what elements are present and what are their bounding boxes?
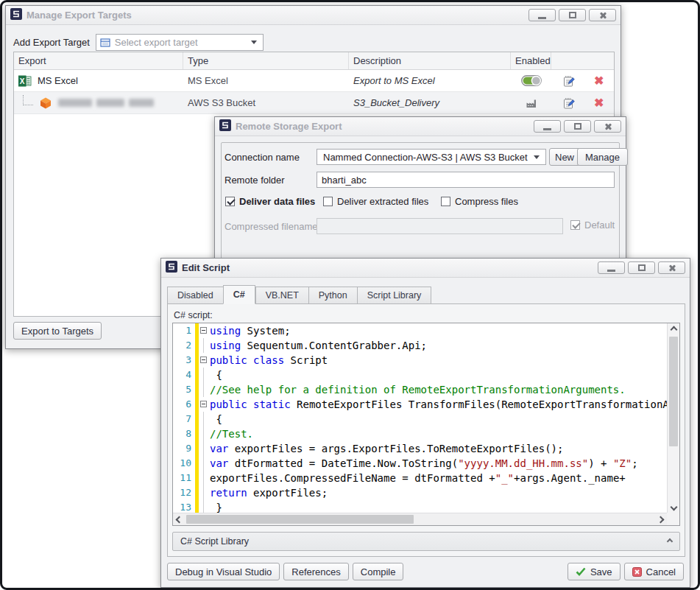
enabled-toggle-on[interactable] xyxy=(521,75,542,86)
remote-folder-label: Remote folder xyxy=(225,175,285,186)
column-header-type[interactable]: Type xyxy=(183,52,349,69)
code-text: return exportFiles; xyxy=(210,485,667,500)
code-line[interactable]: 8//Test. xyxy=(173,426,667,441)
remote-folder-input[interactable] xyxy=(317,172,615,188)
delete-icon[interactable]: ✖ xyxy=(594,75,604,87)
line-number: 6 xyxy=(173,397,195,412)
line-number: 4 xyxy=(173,368,195,382)
vertical-scrollbar[interactable] xyxy=(667,323,679,513)
checkbox-unchecked-icon[interactable] xyxy=(323,197,333,206)
column-header-enabled[interactable]: Enabled xyxy=(511,52,551,69)
maximize-button[interactable] xyxy=(559,9,586,21)
compress-files-checkbox[interactable]: Compress files xyxy=(441,196,518,207)
code-line[interactable]: 6public static RemoteExportFiles Transfo… xyxy=(173,397,667,412)
table-row[interactable]: X MS ExcelMS ExcelExport to MS Excel ✖ xyxy=(14,70,614,92)
delete-icon[interactable]: ✖ xyxy=(594,97,604,109)
close-icon xyxy=(668,264,676,273)
maximize-icon xyxy=(574,123,581,130)
code-editor[interactable]: 1using System;2using Sequentum.ContentGr… xyxy=(172,323,680,526)
export-table-body: X MS ExcelMS ExcelExport to MS Excel ✖ A… xyxy=(14,70,614,114)
checkbox-checked-icon[interactable] xyxy=(225,197,235,206)
scroll-left-arrow[interactable] xyxy=(173,513,185,525)
redacted-export-name xyxy=(58,99,154,107)
aws-s3-bucket-icon xyxy=(39,96,52,110)
code-line[interactable]: 11exportFiles.CompressedFileName = dtFor… xyxy=(173,471,667,485)
editor-label: C# script: xyxy=(172,308,680,323)
code-line[interactable]: 2using Sequentum.ContentGrabber.Api; xyxy=(173,338,667,353)
app-logo-icon xyxy=(219,119,231,131)
tab-disabled[interactable]: Disabled xyxy=(167,287,223,304)
fold-guide xyxy=(199,338,210,353)
tab-c-[interactable]: C# xyxy=(223,285,255,304)
screenshot-frame: Manage Export Targets Add Export Target … xyxy=(0,0,700,590)
deliver-data-files-checkbox[interactable]: Deliver data files xyxy=(225,196,315,207)
scroll-right-arrow[interactable] xyxy=(654,513,667,525)
connection-name-combo[interactable]: Nammed Connection-AWS-S3 | AWS S3 Bucket xyxy=(317,149,546,165)
code-line[interactable]: 1using System; xyxy=(173,323,667,338)
cancel-button[interactable]: Cancel xyxy=(624,563,684,580)
script-library-label: C# Script Library xyxy=(180,536,249,547)
close-button[interactable] xyxy=(589,9,616,21)
scrollbar-corner xyxy=(667,513,679,525)
edit-icon[interactable] xyxy=(563,75,575,87)
edit-icon[interactable] xyxy=(563,97,575,109)
minimize-button[interactable] xyxy=(534,120,561,133)
connection-name-label: Connection name xyxy=(225,152,300,163)
deliver-extracted-files-checkbox[interactable]: Deliver extracted files xyxy=(323,196,428,207)
code-line[interactable]: 9var exportFiles = args.ExportFiles.ToRe… xyxy=(173,441,667,456)
fold-collapse-box[interactable] xyxy=(199,353,210,368)
compile-button[interactable]: Compile xyxy=(353,563,404,580)
code-viewport[interactable]: 1using System;2using Sequentum.ContentGr… xyxy=(173,323,667,513)
maximize-icon xyxy=(638,264,646,271)
maximize-button[interactable] xyxy=(564,120,591,133)
scroll-up-arrow[interactable] xyxy=(668,323,680,335)
code-line[interactable]: 4 { xyxy=(173,368,667,382)
table-row[interactable]: AWS S3 BucketS3_Bucket_Delivery ✖ xyxy=(14,92,614,114)
code-line[interactable]: 5//See help for a definition of RemoteEx… xyxy=(173,382,667,397)
debug-in-visual-studio-button[interactable]: Debug in Visual Studio xyxy=(167,563,280,580)
select-export-target-dropdown[interactable]: Select export target xyxy=(96,34,264,51)
save-button[interactable]: Save xyxy=(568,563,621,580)
save-label: Save xyxy=(590,566,612,577)
remote-titlebar[interactable]: Remote Storage Export xyxy=(215,117,626,136)
close-button[interactable] xyxy=(594,120,621,133)
code-text: //Test. xyxy=(210,426,667,441)
export-description: S3_Bucket_Delivery xyxy=(353,97,439,108)
scroll-down-arrow[interactable] xyxy=(668,501,680,513)
manage-titlebar[interactable]: Manage Export Targets xyxy=(6,6,621,25)
script-library-panel[interactable]: C# Script Library xyxy=(172,532,680,551)
code-text: public class Script xyxy=(210,353,667,368)
line-number: 3 xyxy=(173,353,195,368)
column-header-description[interactable]: Description xyxy=(349,52,511,69)
tab-vb-net[interactable]: VB.NET xyxy=(255,287,308,304)
maximize-button[interactable] xyxy=(628,261,655,274)
code-line[interactable]: 13 } xyxy=(173,500,667,513)
minimize-button[interactable] xyxy=(528,9,556,21)
new-connection-button[interactable]: New xyxy=(549,148,580,166)
export-to-targets-button[interactable]: Export to Targets xyxy=(13,322,102,340)
app-logo-icon xyxy=(10,8,22,20)
code-text: } xyxy=(210,500,667,513)
close-button[interactable] xyxy=(658,261,685,274)
references-button[interactable]: References xyxy=(283,563,348,580)
export-type: AWS S3 Bucket xyxy=(188,97,255,108)
window-title: Remote Storage Export xyxy=(236,121,534,132)
code-line[interactable]: 3public class Script xyxy=(173,353,667,368)
fold-collapse-box[interactable] xyxy=(199,323,210,338)
vertical-scroll-thumb[interactable] xyxy=(669,337,678,446)
fold-collapse-box[interactable] xyxy=(199,397,210,412)
minimize-button[interactable] xyxy=(598,261,625,274)
code-line[interactable]: 12return exportFiles; xyxy=(173,485,667,500)
manage-connections-button[interactable]: Manage xyxy=(577,148,628,166)
checkbox-unchecked-icon[interactable] xyxy=(441,197,450,206)
tab-python[interactable]: Python xyxy=(308,287,357,304)
horizontal-scrollbar[interactable] xyxy=(173,513,667,525)
horizontal-scroll-thumb[interactable] xyxy=(186,515,414,524)
default-checkbox[interactable]: Default xyxy=(570,220,615,231)
column-header-export[interactable]: Export xyxy=(14,52,183,69)
checkbox-checked-disabled-icon[interactable] xyxy=(570,220,580,230)
code-line[interactable]: 10var dtFormatted = DateTime.Now.ToStrin… xyxy=(173,456,667,471)
tab-script-library[interactable]: Script Library xyxy=(357,287,432,304)
code-line[interactable]: 7 { xyxy=(173,412,667,426)
script-titlebar[interactable]: Edit Script xyxy=(161,259,690,278)
